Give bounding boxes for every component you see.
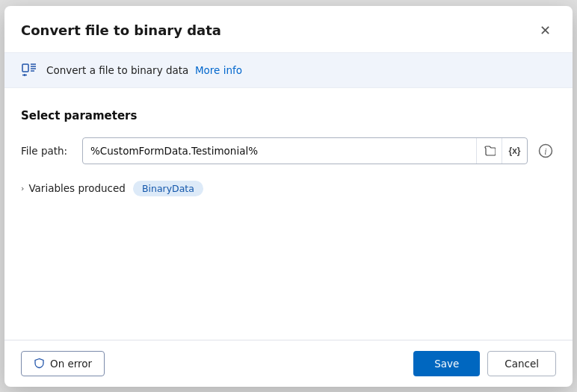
on-error-button[interactable]: On error [21,351,105,376]
svg-rect-0 [22,64,28,72]
file-path-input[interactable] [83,140,476,162]
variables-expand-button[interactable]: › Variables produced [21,182,126,194]
file-path-input-group: {x} [82,137,528,164]
dialog-titlebar: Convert file to binary data ✕ [4,6,573,52]
info-banner-text: Convert a file to binary data More info [46,64,242,76]
file-browse-icon [484,145,496,157]
footer-right: Save Cancel [413,351,556,376]
section-title: Select parameters [21,109,556,122]
variable-insert-button[interactable]: {x} [502,138,527,164]
more-info-link[interactable]: More info [195,64,242,76]
cancel-button[interactable]: Cancel [487,351,556,376]
save-button[interactable]: Save [413,351,480,376]
on-error-label: On error [50,358,92,370]
close-button[interactable]: ✕ [534,19,556,42]
expand-icon: › [21,184,24,193]
variables-label: Variables produced [28,182,126,194]
variable-badge: BinaryData [133,181,203,196]
variables-row: › Variables produced BinaryData [21,181,556,196]
file-path-row: File path: {x} i [21,137,556,164]
file-browse-button[interactable] [476,138,502,164]
dialog-footer: On error Save Cancel [4,340,573,387]
dialog-title: Convert file to binary data [21,22,221,38]
variable-insert-icon: {x} [508,146,520,156]
dialog-body: Select parameters File path: {x} [4,88,573,340]
file-path-label: File path: [21,145,75,157]
info-text-content: Convert a file to binary data [46,64,188,76]
shield-icon [34,358,45,369]
dialog: Convert file to binary data ✕ Convert a … [4,6,573,387]
field-info-button[interactable]: i [535,140,556,161]
info-banner: Convert a file to binary data More info [4,52,573,88]
binary-convert-svg [21,62,37,78]
info-circle-icon: i [538,143,553,158]
svg-text:i: i [544,146,546,157]
convert-icon [21,62,37,78]
close-icon: ✕ [540,22,551,39]
